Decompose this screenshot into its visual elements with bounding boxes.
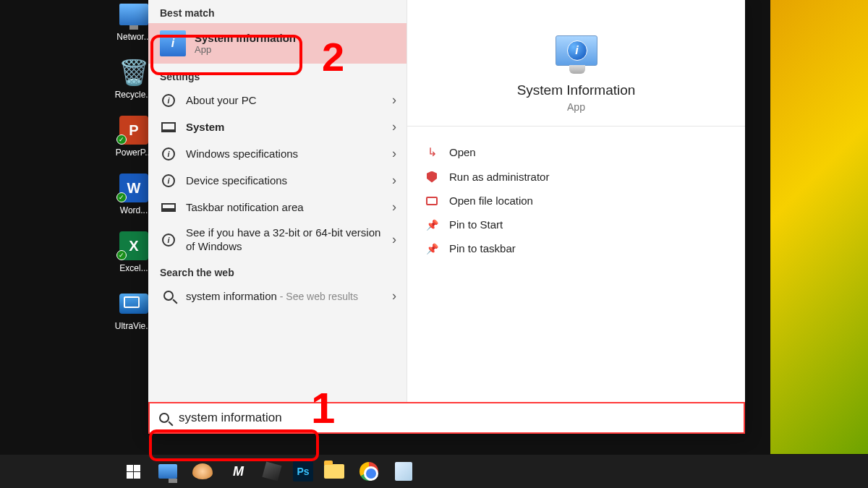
result-label: See if you have a 32-bit or 64-bit versi… bbox=[186, 226, 392, 254]
info-icon: i bbox=[162, 94, 175, 107]
folder-icon bbox=[324, 464, 344, 479]
taskbar-file-explorer[interactable] bbox=[320, 458, 348, 484]
taskbar-app-cube[interactable] bbox=[258, 458, 286, 484]
app-large-icon: i bbox=[550, 29, 603, 72]
taskbar-chrome[interactable] bbox=[355, 458, 383, 484]
system-information-icon: i bbox=[160, 30, 186, 56]
note-icon bbox=[395, 462, 412, 481]
shield-icon bbox=[427, 171, 437, 183]
settings-result-about-pc[interactable]: i About your PC › bbox=[148, 87, 407, 114]
action-run-admin[interactable]: Run as administrator bbox=[425, 165, 728, 189]
desktop-icon-label: Excel... bbox=[119, 263, 148, 273]
web-result-query: system information bbox=[186, 290, 277, 302]
network-icon bbox=[119, 4, 148, 25]
pin-icon: 📌 bbox=[425, 219, 439, 231]
chevron-right-icon: › bbox=[392, 173, 396, 188]
web-result-suffix: - See web results bbox=[277, 291, 358, 302]
best-match-subtitle: App bbox=[195, 44, 396, 55]
action-label: Pin to taskbar bbox=[449, 242, 516, 254]
search-input-row[interactable] bbox=[148, 402, 745, 434]
taskbar: M Ps bbox=[0, 455, 868, 488]
chevron-right-icon: › bbox=[392, 232, 396, 247]
section-settings: Settings bbox=[148, 64, 407, 87]
action-label: Open file location bbox=[449, 194, 533, 207]
desktop-icon-label: Recycle... bbox=[115, 90, 153, 100]
open-icon bbox=[427, 145, 437, 159]
action-pin-taskbar[interactable]: 📌 Pin to taskbar bbox=[425, 236, 728, 260]
ultraviewer-icon bbox=[119, 294, 148, 314]
web-result[interactable]: system information - See web results › bbox=[148, 283, 407, 309]
desktop-icon-label: PowerP... bbox=[116, 147, 152, 158]
result-label: Device specifications bbox=[186, 174, 392, 187]
chevron-right-icon: › bbox=[392, 119, 396, 134]
action-label: Run as administrator bbox=[449, 171, 549, 183]
sync-badge-icon: ✓ bbox=[116, 134, 127, 145]
search-input[interactable] bbox=[179, 411, 744, 425]
detail-subtitle: App bbox=[567, 101, 585, 113]
detail-pane: i System Information App Open Run as adm… bbox=[407, 0, 745, 402]
sync-badge-icon: ✓ bbox=[116, 250, 127, 260]
taskbar-paint[interactable] bbox=[189, 458, 216, 484]
chevron-right-icon: › bbox=[392, 200, 396, 215]
result-label: About your PC bbox=[186, 94, 392, 106]
chrome-icon bbox=[359, 462, 378, 481]
taskbar-icon bbox=[161, 203, 176, 212]
pin-icon: 📌 bbox=[425, 243, 439, 254]
taskbar-app[interactable] bbox=[154, 458, 182, 484]
taskbar-notepad[interactable] bbox=[390, 458, 417, 484]
settings-result-taskbar-area[interactable]: Taskbar notification area › bbox=[148, 194, 407, 221]
action-open-location[interactable]: Open file location bbox=[425, 189, 728, 213]
cube-icon bbox=[263, 462, 282, 481]
result-label: System bbox=[186, 121, 392, 133]
taskbar-photoshop[interactable]: Ps bbox=[293, 461, 313, 481]
chevron-right-icon: › bbox=[392, 288, 396, 304]
chevron-right-icon: › bbox=[392, 146, 396, 161]
taskbar-app-ma[interactable]: M bbox=[224, 458, 251, 484]
search-results-pane: Best match i System Information App Sett… bbox=[148, 0, 407, 402]
settings-result-device-specs[interactable]: i Device specifications › bbox=[148, 167, 407, 194]
section-search-web: Search the web bbox=[148, 260, 407, 283]
action-pin-start[interactable]: 📌 Pin to Start bbox=[425, 213, 728, 236]
folder-icon bbox=[426, 197, 438, 205]
best-match-result[interactable]: i System Information App bbox=[148, 23, 407, 64]
settings-result-system[interactable]: System › bbox=[148, 114, 407, 140]
sync-badge-icon: ✓ bbox=[116, 192, 127, 202]
info-icon: i bbox=[162, 147, 175, 160]
search-icon bbox=[159, 413, 169, 423]
detail-title: System Information bbox=[517, 82, 636, 98]
result-label: Taskbar notification area bbox=[186, 201, 392, 213]
action-label: Open bbox=[449, 146, 476, 158]
desktop-icon-label: UltraVie... bbox=[115, 321, 153, 331]
windows-logo-icon bbox=[127, 465, 140, 479]
start-button[interactable] bbox=[119, 458, 147, 484]
recycle-bin-icon: 🗑️ bbox=[116, 58, 151, 87]
best-match-title: System Information bbox=[195, 32, 396, 44]
start-search-panel: Best match i System Information App Sett… bbox=[148, 0, 745, 434]
chevron-right-icon: › bbox=[392, 93, 396, 108]
settings-result-win-specs[interactable]: i Windows specifications › bbox=[148, 140, 407, 167]
assistant-icon bbox=[158, 464, 177, 479]
palette-icon bbox=[192, 463, 213, 479]
info-icon: i bbox=[162, 234, 175, 247]
result-label: Windows specifications bbox=[186, 147, 392, 160]
section-best-match: Best match bbox=[148, 0, 407, 23]
wallpaper bbox=[770, 0, 868, 454]
desktop-icon-label: Networ... bbox=[116, 32, 150, 42]
monitor-icon bbox=[161, 122, 176, 132]
desktop-icon-label: Word... bbox=[120, 205, 148, 215]
action-label: Pin to Start bbox=[449, 218, 503, 231]
settings-result-32-64-bit[interactable]: i See if you have a 32-bit or 64-bit ver… bbox=[148, 221, 407, 260]
action-open[interactable]: Open bbox=[425, 140, 728, 165]
search-icon bbox=[163, 291, 174, 301]
info-icon: i bbox=[162, 174, 175, 187]
